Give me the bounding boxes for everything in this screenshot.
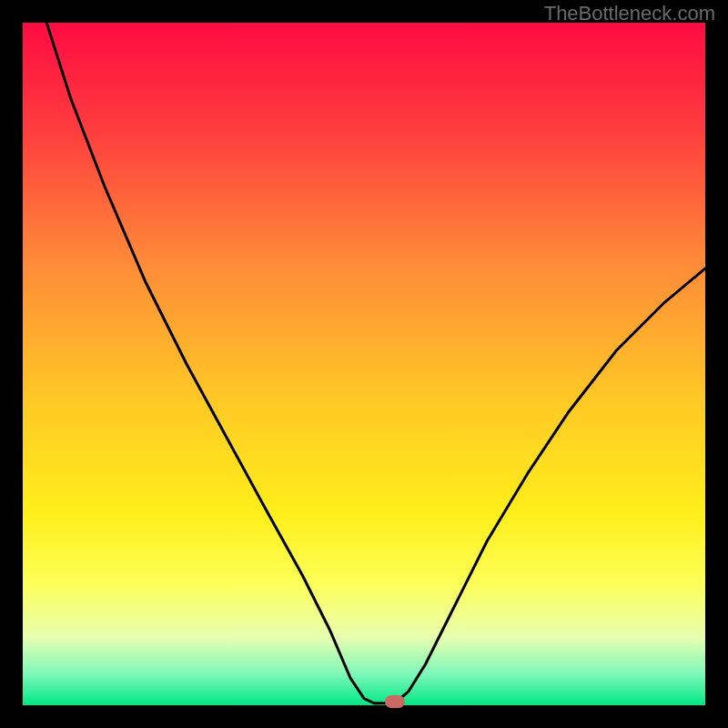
optimal-point-marker bbox=[385, 695, 405, 708]
plot-area bbox=[23, 23, 705, 705]
watermark-text: TheBottleneck.com bbox=[544, 2, 715, 25]
bottleneck-curve bbox=[23, 23, 705, 705]
